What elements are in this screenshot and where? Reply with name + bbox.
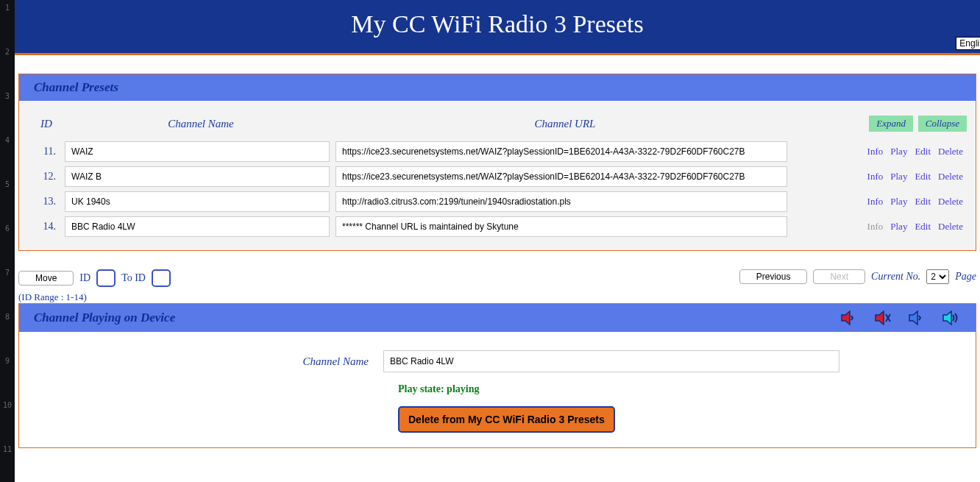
- playing-name-row: Channel Name: [30, 350, 965, 372]
- preset-actions: InfoPlayEditDelete: [793, 196, 967, 208]
- page-controls: Previous Next Current No. 2 Page: [739, 269, 976, 284]
- line-number: 7: [0, 269, 15, 313]
- preset-id: 13.: [28, 196, 65, 208]
- line-number: 8: [0, 313, 15, 357]
- to-id-label: To ID: [121, 272, 146, 284]
- language-button[interactable]: Engli: [956, 37, 980, 50]
- main-content: My CC WiFi Radio 3 Presets Engli Channel…: [15, 0, 980, 482]
- page-header: My CC WiFi Radio 3 Presets Engli: [15, 0, 980, 55]
- volume-up-icon[interactable]: [942, 310, 961, 326]
- col-url-header: Channel URL: [337, 118, 793, 130]
- content-area: Channel Presets ID Channel Name Channel …: [15, 59, 980, 474]
- current-no-label: Current No.: [871, 271, 920, 283]
- presets-panel-header: Channel Presets: [19, 74, 976, 101]
- delete-link[interactable]: Delete: [938, 171, 963, 182]
- delete-preset-button[interactable]: Delete from My CC WiFi Radio 3 Presets: [398, 406, 615, 433]
- playing-panel: Channel Playing on Device Channel Name P…: [18, 303, 976, 448]
- playing-icons: [840, 310, 961, 326]
- line-number: 5: [0, 180, 15, 224]
- playing-panel-header: Channel Playing on Device: [19, 304, 976, 332]
- preset-name-input[interactable]: [65, 166, 330, 187]
- preset-row: 11.InfoPlayEditDelete: [28, 139, 967, 164]
- preset-name-input[interactable]: [65, 191, 330, 212]
- playing-panel-title: Channel Playing on Device: [34, 311, 175, 325]
- to-id-input[interactable]: [152, 269, 171, 287]
- next-button[interactable]: Next: [813, 269, 865, 284]
- preset-actions: InfoPlayEditDelete: [793, 171, 967, 182]
- playing-name-input[interactable]: [383, 350, 839, 372]
- preset-name-input[interactable]: [65, 216, 330, 237]
- preset-actions: InfoPlayEditDelete: [793, 221, 967, 233]
- collapse-button[interactable]: Collapse: [918, 116, 967, 132]
- preset-url-input[interactable]: [335, 166, 787, 187]
- line-number: 1: [0, 4, 15, 48]
- preset-id: 11.: [28, 146, 65, 157]
- id-range-text: (ID Range : 1-14): [18, 291, 171, 303]
- preset-url-input[interactable]: [335, 216, 787, 237]
- edit-link[interactable]: Edit: [915, 146, 931, 157]
- presets-panel: Channel Presets ID Channel Name Channel …: [18, 74, 976, 251]
- line-number: 10: [0, 401, 15, 445]
- move-button[interactable]: Move: [18, 271, 74, 286]
- col-name-header: Channel Name: [65, 118, 337, 130]
- line-number: 2: [0, 48, 15, 92]
- controls-row: Move ID To ID (ID Range : 1-14) Previous…: [18, 269, 976, 303]
- info-link[interactable]: Info: [867, 146, 884, 157]
- page-label: Page: [955, 271, 976, 283]
- line-number: 3: [0, 92, 15, 136]
- preset-url-input[interactable]: [335, 191, 787, 212]
- delete-link[interactable]: Delete: [938, 146, 963, 157]
- delete-link[interactable]: Delete: [938, 221, 963, 232]
- edit-link[interactable]: Edit: [915, 221, 931, 232]
- info-link: Info: [867, 221, 884, 232]
- playing-panel-body: Channel Name Play state: playing Delete …: [19, 332, 976, 447]
- play-state-text: Play state: playing: [398, 383, 965, 395]
- preset-url-input[interactable]: [335, 141, 787, 162]
- page-title: My CC WiFi Radio 3 Presets: [351, 10, 644, 38]
- edit-link[interactable]: Edit: [915, 171, 931, 182]
- play-link[interactable]: Play: [890, 221, 907, 232]
- preset-row: 13.InfoPlayEditDelete: [28, 189, 967, 214]
- move-controls: Move ID To ID: [18, 269, 171, 287]
- preset-row: 12.InfoPlayEditDelete: [28, 164, 967, 189]
- preset-name-input[interactable]: [65, 141, 330, 162]
- editor-line-numbers: 1234567891011: [0, 0, 15, 482]
- page-select[interactable]: 2: [926, 269, 949, 284]
- mute-icon[interactable]: [874, 310, 892, 326]
- preset-row: 14.InfoPlayEditDelete: [28, 214, 967, 239]
- line-number: 6: [0, 224, 15, 269]
- expand-button[interactable]: Expand: [869, 116, 913, 132]
- line-number: 4: [0, 136, 15, 180]
- presets-table-head: ID Channel Name Channel URL Expand Colla…: [28, 112, 967, 139]
- edit-link[interactable]: Edit: [915, 196, 931, 207]
- preset-id: 14.: [28, 221, 65, 233]
- id-label: ID: [79, 272, 90, 284]
- delete-link[interactable]: Delete: [938, 196, 963, 207]
- info-link[interactable]: Info: [867, 171, 884, 182]
- playing-name-label: Channel Name: [30, 355, 383, 368]
- info-link[interactable]: Info: [867, 196, 884, 207]
- previous-button[interactable]: Previous: [739, 269, 808, 284]
- presets-panel-body: ID Channel Name Channel URL Expand Colla…: [19, 101, 976, 250]
- play-link[interactable]: Play: [890, 196, 907, 207]
- line-number: 11: [0, 445, 15, 482]
- col-id-header: ID: [28, 118, 65, 130]
- col-actions-header: Expand Collapse: [793, 116, 967, 132]
- line-number: 9: [0, 357, 15, 401]
- preset-id: 12.: [28, 171, 65, 182]
- id-input[interactable]: [96, 269, 116, 287]
- play-link[interactable]: Play: [890, 171, 907, 182]
- volume-down-icon[interactable]: [840, 310, 858, 326]
- play-link[interactable]: Play: [890, 146, 907, 157]
- volume-medium-icon[interactable]: [908, 310, 926, 326]
- preset-actions: InfoPlayEditDelete: [793, 146, 967, 157]
- presets-panel-title: Channel Presets: [34, 80, 118, 95]
